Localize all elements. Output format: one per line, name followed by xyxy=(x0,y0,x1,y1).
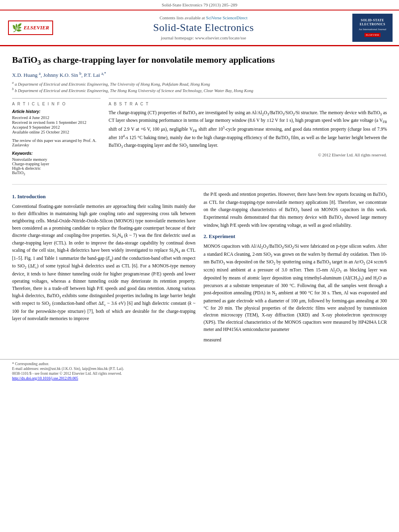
experiment-heading: 2. Experiment xyxy=(204,232,387,240)
keyword-4: BaTiO3 xyxy=(12,170,101,176)
article-history: Article history: Received 4 June 2012 Re… xyxy=(12,109,101,134)
body-right-column: the P/E speeds and retention properties.… xyxy=(204,191,387,347)
abstract-label: A B S T R A C T xyxy=(109,102,387,106)
sciverse-text: Contents lists available at SciVerse Sci… xyxy=(55,15,352,20)
footer-copyright: 0038-1101/$ - see front matter © 2012 El… xyxy=(12,372,387,376)
section-divider xyxy=(12,184,387,185)
right-intro-para: the P/E speeds and retention properties.… xyxy=(204,191,387,229)
received-date: Received 4 June 2012 xyxy=(12,115,101,120)
authors: X.D. Huang a, Johnny K.O. Sin b, P.T. La… xyxy=(12,71,387,78)
page-footer: * Corresponding author. E-mail addresses… xyxy=(0,359,399,384)
right-logo: SOLID-STATEELECTRONICS An International … xyxy=(352,14,393,42)
article-info-label: A R T I C L E I N F O xyxy=(12,102,101,106)
journal-reference: Solid-State Electronics 79 (2013) 285–28… xyxy=(162,2,237,7)
journal-banner: 🌿 ELSEVIER Contents lists available at S… xyxy=(0,10,399,46)
journal-homepage: journal homepage: www.elsevier.com/locat… xyxy=(55,35,352,40)
right-logo-title: SOLID-STATEELECTRONICS xyxy=(360,18,385,27)
experiment-paragraph: MONOS capacitors with Al/Al2O3/BaTiO3/Si… xyxy=(204,243,387,333)
elsevier-wordmark: ELSEVIER xyxy=(24,25,49,31)
sciverse-link[interactable]: SciVerse ScienceDirect xyxy=(206,15,247,20)
abstract-copyright: © 2012 Elsevier Ltd. All rights reserved… xyxy=(109,153,387,157)
elsevier-logo-area: 🌿 ELSEVIER xyxy=(6,21,55,35)
journal-ref-bar: Solid-State Electronics 79 (2013) 285–28… xyxy=(0,0,399,10)
keyword-3: High-k dielectric xyxy=(12,166,101,170)
measured-continuation: measured xyxy=(204,337,387,344)
doi-link[interactable]: http://dx.doi.org/10.1016/j.sse.2012.09.… xyxy=(12,376,78,380)
body-left-column: 1. Introduction Conventional floating-ga… xyxy=(12,191,195,347)
affiliation-b: b b Department of Electrical and Electro… xyxy=(12,87,387,93)
tree-icon: 🌿 xyxy=(12,23,22,33)
keyword-1: Nonvolatile memory xyxy=(12,157,101,162)
affiliation-a: a a Department of Electrical and Electro… xyxy=(12,81,387,86)
footnote-email: E-mail addresses: eesin@ust.hk (J.K.O. S… xyxy=(12,367,387,371)
received-revised-date: Received in revised form 1 September 201… xyxy=(12,120,101,125)
intro-paragraph-1: Conventional floating-gate nonvolatile m… xyxy=(12,203,195,322)
article-title: BaTiO3 as charge-trapping layer for nonv… xyxy=(12,54,387,67)
affiliations: a a Department of Electrical and Electro… xyxy=(12,81,387,92)
right-logo-badge: ELSEVIER xyxy=(364,33,380,37)
intro-heading: 1. Introduction xyxy=(12,193,195,201)
available-date: Available online 25 October 2012 xyxy=(12,130,101,134)
keyword-2: Charge-trapping layer xyxy=(12,162,101,166)
abstract-column: A B S T R A C T The charge-trapping (CT)… xyxy=(109,98,387,176)
accepted-date: Accepted 9 September 2012 xyxy=(12,125,101,129)
article-info-column: A R T I C L E I N F O Article history: R… xyxy=(12,98,101,176)
journal-title-area: Contents lists available at SciVerse Sci… xyxy=(55,15,352,40)
elsevier-logo: 🌿 ELSEVIER xyxy=(8,21,53,35)
footnote-corresponding: * Corresponding author. xyxy=(12,362,387,366)
abstract-text: The charge-trapping (CT) properties of B… xyxy=(109,109,387,150)
footer-doi: http://dx.doi.org/10.1016/j.sse.2012.09.… xyxy=(12,376,387,380)
right-logo-sub: An International Journal xyxy=(359,28,386,31)
history-heading: Article history: xyxy=(12,109,101,114)
review-note: The review of this paper was arranged by… xyxy=(12,138,101,147)
keywords-heading: Keywords: xyxy=(12,151,101,156)
journal-title: Solid-State Electronics xyxy=(55,22,352,34)
keywords-section: Keywords: Nonvolatile memory Charge-trap… xyxy=(12,151,101,176)
